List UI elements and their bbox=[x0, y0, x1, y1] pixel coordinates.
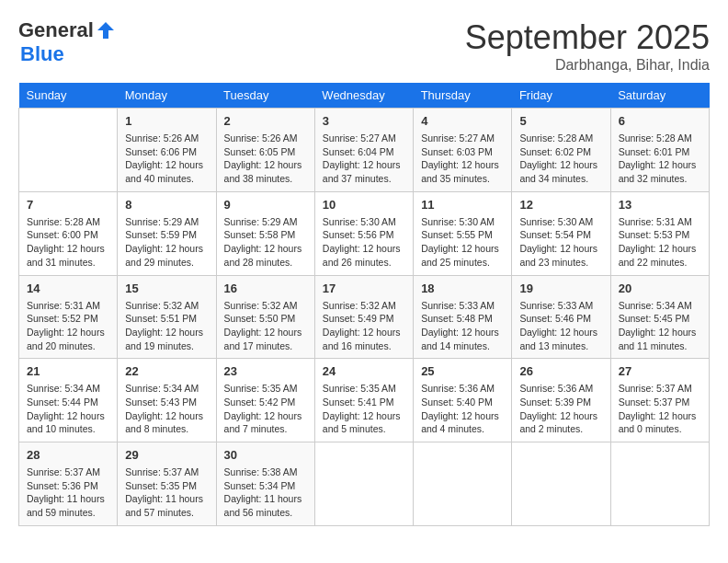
calendar-cell: 23Sunrise: 5:35 AM Sunset: 5:42 PM Dayli… bbox=[216, 359, 314, 442]
logo-general: General bbox=[18, 18, 94, 42]
calendar-cell: 11Sunrise: 5:30 AM Sunset: 5:55 PM Dayli… bbox=[414, 191, 512, 275]
day-info: Sunrise: 5:34 AM Sunset: 5:45 PM Dayligh… bbox=[619, 299, 701, 353]
day-info: Sunrise: 5:37 AM Sunset: 5:36 PM Dayligh… bbox=[27, 465, 109, 520]
week-row-5: 28Sunrise: 5:37 AM Sunset: 5:36 PM Dayli… bbox=[19, 442, 710, 526]
day-number: 23 bbox=[224, 364, 307, 378]
day-number: 25 bbox=[421, 364, 504, 378]
calendar-cell: 9Sunrise: 5:29 AM Sunset: 5:58 PM Daylig… bbox=[216, 191, 314, 275]
day-number: 8 bbox=[125, 198, 208, 212]
calendar-cell: 16Sunrise: 5:32 AM Sunset: 5:50 PM Dayli… bbox=[216, 275, 314, 359]
calendar-cell bbox=[314, 442, 413, 526]
calendar-header-row: SundayMondayTuesdayWednesdayThursdayFrid… bbox=[19, 83, 710, 109]
day-header-sunday: Sunday bbox=[19, 83, 118, 109]
day-info: Sunrise: 5:37 AM Sunset: 5:37 PM Dayligh… bbox=[619, 382, 701, 436]
day-info: Sunrise: 5:28 AM Sunset: 6:01 PM Dayligh… bbox=[619, 132, 701, 186]
day-number: 5 bbox=[519, 114, 602, 128]
day-info: Sunrise: 5:30 AM Sunset: 5:56 PM Dayligh… bbox=[323, 215, 405, 270]
day-number: 15 bbox=[125, 282, 208, 295]
day-info: Sunrise: 5:29 AM Sunset: 5:59 PM Dayligh… bbox=[125, 215, 208, 270]
day-info: Sunrise: 5:31 AM Sunset: 5:52 PM Dayligh… bbox=[27, 299, 109, 353]
calendar-cell: 14Sunrise: 5:31 AM Sunset: 5:52 PM Dayli… bbox=[19, 275, 118, 359]
week-row-2: 7Sunrise: 5:28 AM Sunset: 6:00 PM Daylig… bbox=[19, 191, 710, 275]
calendar-cell: 30Sunrise: 5:38 AM Sunset: 5:34 PM Dayli… bbox=[216, 442, 314, 526]
day-number: 24 bbox=[323, 364, 405, 378]
day-info: Sunrise: 5:38 AM Sunset: 5:34 PM Dayligh… bbox=[224, 465, 307, 520]
day-number: 7 bbox=[27, 198, 109, 212]
day-info: Sunrise: 5:31 AM Sunset: 5:53 PM Dayligh… bbox=[619, 215, 701, 270]
week-row-4: 21Sunrise: 5:34 AM Sunset: 5:44 PM Dayli… bbox=[19, 359, 710, 442]
calendar-cell bbox=[610, 442, 709, 526]
day-number: 3 bbox=[323, 114, 405, 128]
calendar-cell: 17Sunrise: 5:32 AM Sunset: 5:49 PM Dayli… bbox=[314, 275, 413, 359]
location: Darbhanga, Bihar, India bbox=[465, 57, 710, 74]
logo: General Blue bbox=[18, 18, 116, 66]
day-info: Sunrise: 5:28 AM Sunset: 6:02 PM Dayligh… bbox=[519, 132, 602, 186]
day-info: Sunrise: 5:37 AM Sunset: 5:35 PM Dayligh… bbox=[125, 465, 208, 520]
day-info: Sunrise: 5:30 AM Sunset: 5:55 PM Dayligh… bbox=[421, 215, 504, 270]
day-number: 30 bbox=[224, 448, 307, 462]
calendar-cell bbox=[414, 442, 512, 526]
calendar-cell: 8Sunrise: 5:29 AM Sunset: 5:59 PM Daylig… bbox=[118, 191, 216, 275]
calendar-cell: 18Sunrise: 5:33 AM Sunset: 5:48 PM Dayli… bbox=[414, 275, 512, 359]
calendar-cell: 7Sunrise: 5:28 AM Sunset: 6:00 PM Daylig… bbox=[19, 191, 118, 275]
calendar-cell: 4Sunrise: 5:27 AM Sunset: 6:03 PM Daylig… bbox=[414, 109, 512, 192]
svg-marker-0 bbox=[97, 22, 114, 39]
week-row-3: 14Sunrise: 5:31 AM Sunset: 5:52 PM Dayli… bbox=[19, 275, 710, 359]
day-number: 6 bbox=[619, 114, 701, 128]
day-info: Sunrise: 5:28 AM Sunset: 6:00 PM Dayligh… bbox=[27, 215, 109, 270]
calendar-cell bbox=[19, 109, 118, 192]
day-number: 19 bbox=[519, 282, 602, 295]
day-info: Sunrise: 5:26 AM Sunset: 6:06 PM Dayligh… bbox=[125, 132, 208, 186]
day-info: Sunrise: 5:30 AM Sunset: 5:54 PM Dayligh… bbox=[519, 215, 602, 270]
calendar-cell: 5Sunrise: 5:28 AM Sunset: 6:02 PM Daylig… bbox=[512, 109, 610, 192]
day-number: 9 bbox=[224, 198, 307, 212]
day-info: Sunrise: 5:35 AM Sunset: 5:42 PM Dayligh… bbox=[224, 382, 307, 436]
month-title: September 2025 bbox=[465, 18, 710, 57]
day-number: 28 bbox=[27, 448, 109, 462]
day-header-saturday: Saturday bbox=[610, 83, 709, 109]
calendar-cell: 24Sunrise: 5:35 AM Sunset: 5:41 PM Dayli… bbox=[314, 359, 413, 442]
day-number: 21 bbox=[27, 364, 109, 378]
day-info: Sunrise: 5:29 AM Sunset: 5:58 PM Dayligh… bbox=[224, 215, 307, 270]
day-number: 1 bbox=[125, 114, 208, 128]
calendar-cell: 20Sunrise: 5:34 AM Sunset: 5:45 PM Dayli… bbox=[610, 275, 709, 359]
calendar-cell bbox=[512, 442, 610, 526]
calendar-cell: 22Sunrise: 5:34 AM Sunset: 5:43 PM Dayli… bbox=[118, 359, 216, 442]
day-info: Sunrise: 5:32 AM Sunset: 5:51 PM Dayligh… bbox=[125, 299, 208, 353]
logo-blue: Blue bbox=[20, 42, 64, 65]
calendar-cell: 13Sunrise: 5:31 AM Sunset: 5:53 PM Dayli… bbox=[610, 191, 709, 275]
day-number: 4 bbox=[421, 114, 504, 128]
day-header-friday: Friday bbox=[512, 83, 610, 109]
day-info: Sunrise: 5:34 AM Sunset: 5:44 PM Dayligh… bbox=[27, 382, 109, 436]
calendar-cell: 6Sunrise: 5:28 AM Sunset: 6:01 PM Daylig… bbox=[610, 109, 709, 192]
calendar-cell: 26Sunrise: 5:36 AM Sunset: 5:39 PM Dayli… bbox=[512, 359, 610, 442]
day-header-wednesday: Wednesday bbox=[314, 83, 413, 109]
calendar-cell: 1Sunrise: 5:26 AM Sunset: 6:06 PM Daylig… bbox=[118, 109, 216, 192]
calendar-cell: 19Sunrise: 5:33 AM Sunset: 5:46 PM Dayli… bbox=[512, 275, 610, 359]
day-info: Sunrise: 5:36 AM Sunset: 5:39 PM Dayligh… bbox=[519, 382, 602, 436]
day-header-tuesday: Tuesday bbox=[216, 83, 314, 109]
day-info: Sunrise: 5:34 AM Sunset: 5:43 PM Dayligh… bbox=[125, 382, 208, 436]
day-info: Sunrise: 5:27 AM Sunset: 6:04 PM Dayligh… bbox=[323, 132, 405, 186]
calendar-cell: 3Sunrise: 5:27 AM Sunset: 6:04 PM Daylig… bbox=[314, 109, 413, 192]
calendar-cell: 25Sunrise: 5:36 AM Sunset: 5:40 PM Dayli… bbox=[414, 359, 512, 442]
day-number: 27 bbox=[619, 364, 701, 378]
day-number: 16 bbox=[224, 282, 307, 295]
day-number: 18 bbox=[421, 282, 504, 295]
day-info: Sunrise: 5:33 AM Sunset: 5:46 PM Dayligh… bbox=[519, 299, 602, 353]
day-info: Sunrise: 5:35 AM Sunset: 5:41 PM Dayligh… bbox=[323, 382, 405, 436]
day-header-thursday: Thursday bbox=[414, 83, 512, 109]
day-number: 22 bbox=[125, 364, 208, 378]
calendar-cell: 21Sunrise: 5:34 AM Sunset: 5:44 PM Dayli… bbox=[19, 359, 118, 442]
day-number: 13 bbox=[619, 198, 701, 212]
day-info: Sunrise: 5:26 AM Sunset: 6:05 PM Dayligh… bbox=[224, 132, 307, 186]
day-header-monday: Monday bbox=[118, 83, 216, 109]
title-section: September 2025 Darbhanga, Bihar, India bbox=[465, 18, 710, 74]
calendar-cell: 12Sunrise: 5:30 AM Sunset: 5:54 PM Dayli… bbox=[512, 191, 610, 275]
day-info: Sunrise: 5:32 AM Sunset: 5:50 PM Dayligh… bbox=[224, 299, 307, 353]
day-number: 2 bbox=[224, 114, 307, 128]
calendar-cell: 28Sunrise: 5:37 AM Sunset: 5:36 PM Dayli… bbox=[19, 442, 118, 526]
day-info: Sunrise: 5:32 AM Sunset: 5:49 PM Dayligh… bbox=[323, 299, 405, 353]
day-number: 20 bbox=[619, 282, 701, 295]
day-number: 12 bbox=[519, 198, 602, 212]
